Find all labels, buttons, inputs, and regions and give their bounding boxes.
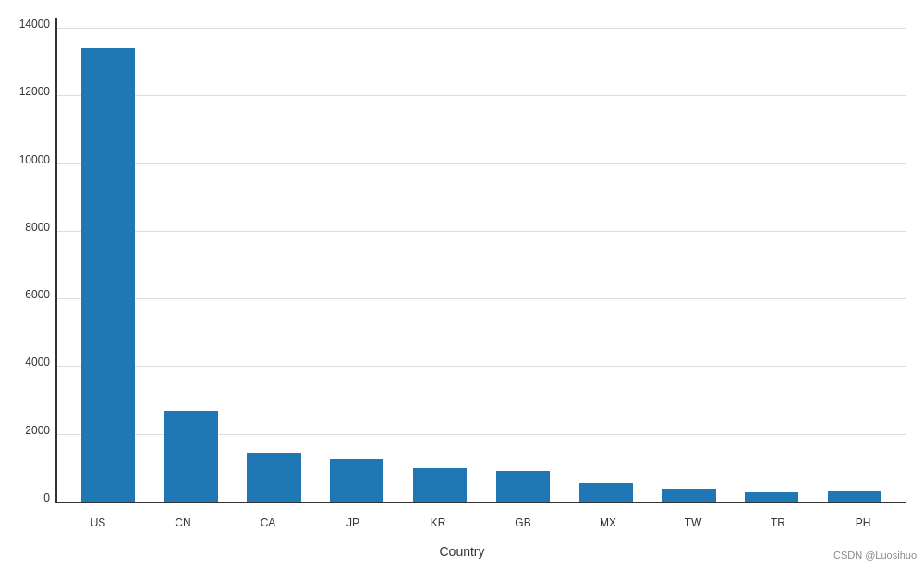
bar-us (81, 48, 135, 502)
x-label-ca: CA (225, 516, 310, 529)
bar-mx (579, 483, 633, 502)
x-label-tr: TR (736, 516, 821, 529)
y-label-2000: 2000 (25, 425, 50, 436)
x-label-kr: KR (395, 516, 480, 529)
y-label-6000: 6000 (25, 289, 50, 300)
x-label-us: US (55, 516, 140, 529)
bar-group-gb (481, 28, 565, 502)
x-label-ph: PH (821, 516, 906, 529)
chart-area (55, 18, 906, 503)
bar-tr (745, 492, 798, 502)
y-label-0: 0 (43, 492, 50, 503)
bar-ph (828, 491, 881, 502)
bar-group-tr (730, 28, 813, 502)
y-axis-labels: 14000 12000 10000 8000 6000 4000 2000 0 (0, 18, 55, 503)
bars-area (57, 18, 906, 502)
x-label-cn: CN (140, 516, 225, 529)
bar-group-ph (813, 28, 896, 502)
x-label-jp: JP (310, 516, 395, 529)
bar-tw (662, 489, 715, 502)
bar-ca (247, 453, 300, 502)
bar-cn (164, 411, 218, 502)
bar-group-cn (150, 28, 233, 502)
bar-group-ca (233, 28, 316, 502)
y-label-10000: 10000 (19, 154, 50, 165)
y-label-4000: 4000 (25, 357, 50, 368)
y-label-8000: 8000 (25, 222, 50, 233)
x-label-tw: TW (650, 516, 736, 529)
y-label-14000: 14000 (19, 18, 50, 30)
bar-kr (413, 468, 467, 502)
watermark: CSDN @Luosihuo (833, 550, 917, 561)
y-label-12000: 12000 (19, 86, 50, 97)
bar-gb (496, 471, 550, 502)
x-label-gb: GB (480, 516, 565, 529)
bar-jp (330, 459, 383, 502)
bar-group-kr (398, 28, 481, 502)
bar-group-mx (565, 28, 648, 502)
x-axis-labels: USCNCAJPKRGBMXTWTRPH (55, 516, 906, 529)
bar-group-us (67, 28, 150, 502)
x-label-mx: MX (565, 516, 650, 529)
bar-group-tw (648, 28, 731, 502)
bar-group-jp (315, 28, 398, 502)
x-axis-title: Country (0, 544, 924, 559)
